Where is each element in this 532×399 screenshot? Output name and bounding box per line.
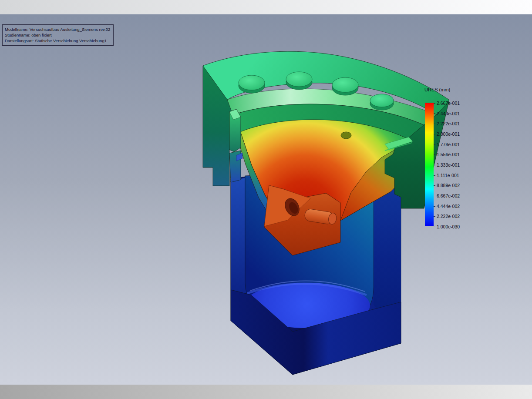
study-name-line: Studienname: oben fixiert (5, 32, 110, 38)
boss-top (370, 94, 394, 107)
model-name-line: Modellname: Versuchsaufbau Ausleitung_Si… (5, 27, 110, 32)
legend-tick-label: 2.444e-001 (437, 111, 460, 116)
bolt-boss-4[interactable] (370, 94, 394, 110)
legend-color-bar (425, 103, 434, 226)
study-info-box: Modellname: Versuchsaufbau Ausleitung_Si… (2, 24, 114, 46)
legend-tick-label: 2.000e-001 (437, 131, 460, 137)
legend-tick-label: 2.222e-002 (437, 214, 460, 219)
legend-tick-label: 8.889e-002 (437, 183, 460, 188)
legend-tick-label: 1.111e-001 (437, 173, 459, 178)
legend-tick-label: 1.778e-001 (437, 142, 460, 147)
legend-title: URES (mm) (424, 87, 450, 92)
cone-vent-hole (341, 132, 351, 139)
legend-tick-label: 1.000e-030 (437, 224, 460, 229)
bolt-boss-3[interactable] (332, 77, 358, 95)
result-legend: URES (mm) 2.667e-001 2.444e-001 2.222e-0… (424, 87, 477, 235)
cad-simulation-window: { "info_box": { "lines": [ "Modellname: … (0, 0, 532, 399)
legend-tick-label: 6.667e-002 (437, 193, 460, 198)
plot-type-line: Darstellungsart: Statische Verschiebung … (5, 38, 110, 44)
legend-tick-label: 2.222e-001 (437, 121, 460, 126)
boss-top (332, 77, 358, 92)
boss-top (239, 75, 265, 90)
legend-tick-label: 2.667e-001 (437, 101, 460, 106)
legend-tick-label: 1.556e-001 (437, 152, 460, 157)
bolt-boss-2[interactable] (286, 72, 312, 90)
legend-tick-label: 1.333e-001 (437, 162, 460, 168)
bolt-boss-1[interactable] (239, 75, 265, 93)
boss-top (286, 72, 312, 87)
legend-tick-label: 4.444e-002 (437, 204, 460, 209)
